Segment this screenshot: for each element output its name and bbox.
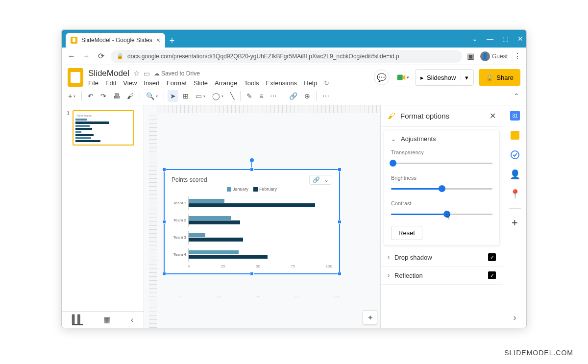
chevron-right-icon: › [388,272,390,279]
more-button[interactable]: ⋯ [320,90,332,102]
textbox-tool[interactable]: ⊞ [180,90,191,102]
slides-logo-icon[interactable] [68,68,83,87]
collapse-toolbar-button[interactable]: ⌃ [511,90,522,102]
reflection-section: › Reflection ✓ [381,267,503,285]
collapse-filmstrip-icon[interactable]: ‹ [131,315,133,324]
redo-button[interactable]: ↷ [98,90,109,102]
svg-rect-3 [511,131,519,140]
menu-view[interactable]: View [123,79,137,87]
menu-extensions[interactable]: Extensions [266,79,297,87]
thumbnail-column: 1 Points scored ▌▌ ▦ [62,105,144,328]
resize-handle[interactable] [338,272,342,276]
chevron-down-icon[interactable]: ⌄ [472,35,478,43]
image-tool[interactable]: ▭ [193,90,208,102]
last-edit-icon[interactable]: ↻ [324,79,329,87]
toolbar: + ↶ ↷ 🖶 🖌 🔍 ➤ ⊞ ▭ ◯ ╲ ✎ ≡ ⋯ 🔗 ⊕ ⋯ ⌃ [62,87,526,105]
chevron-down-icon: ⌄ [391,136,396,143]
share-button[interactable]: 🔒 Share [479,69,520,86]
svg-rect-0 [397,75,402,80]
titlebar: SlideModel - Google Slides × + ⌄ — ▢ ✕ [62,30,526,48]
close-tab-icon[interactable]: × [156,36,160,44]
maps-icon[interactable]: 📍 [510,189,520,199]
resize-handle[interactable] [338,220,342,224]
comment-history-button[interactable]: 💬 [374,70,390,85]
selected-chart-object[interactable]: Points scored 🔗 ⌄ January February Team … [164,169,340,274]
line-tool[interactable]: ╲ [228,90,237,102]
tasks-icon[interactable] [510,149,520,160]
reflection-checkbox[interactable]: ✓ [488,271,496,279]
resize-handle[interactable] [162,272,166,276]
slide-canvas[interactable]: Points scored 🔗 ⌄ January February Team … [144,105,380,328]
explore-button[interactable]: ✦ [363,310,377,325]
meet-button[interactable]: ▾ [394,70,410,85]
comment-button[interactable]: ⊕ [302,90,313,102]
reload-button[interactable]: ⟳ [96,51,106,61]
reading-list-icon[interactable]: ▣ [467,51,474,61]
slide-thumbnail[interactable]: Points scored [73,110,134,146]
new-tab-button[interactable]: + [165,34,179,48]
border-dash-button[interactable]: ⋯ [268,90,279,102]
calendar-icon[interactable]: 31 [510,110,520,121]
brightness-slider[interactable] [391,184,492,194]
forward-button[interactable]: → [81,52,91,61]
resize-handle[interactable] [250,168,254,171]
grid-view-icon[interactable]: ▦ [103,315,111,324]
maximize-icon[interactable]: ▢ [502,35,509,43]
menu-insert[interactable]: Insert [144,79,160,87]
browser-menu-icon[interactable]: ⋮ [514,51,521,61]
resize-handle[interactable] [338,168,342,171]
star-icon[interactable]: ☆ [133,69,140,78]
filmstrip-view-icon[interactable]: ▌▌ [72,315,83,325]
slides-favicon [71,37,77,44]
reset-button[interactable]: Reset [391,226,422,240]
select-tool[interactable]: ➤ [168,90,178,102]
menu-edit[interactable]: Edit [105,79,116,87]
keep-icon[interactable] [510,130,520,141]
print-button[interactable]: 🖶 [111,90,122,102]
shape-tool[interactable]: ◯ [210,90,226,102]
menu-help[interactable]: Help [304,79,317,87]
contacts-icon[interactable]: 👤 [510,169,520,180]
contrast-slider[interactable]: ☟ [391,209,492,219]
back-button[interactable]: ← [67,52,76,61]
add-addon-icon[interactable]: + [510,218,520,228]
browser-tab[interactable]: SlideModel - Google Slides × [66,33,165,48]
border-weight-button[interactable]: ≡ [257,90,266,102]
undo-button[interactable]: ↶ [85,90,96,102]
adjustments-header[interactable]: ⌄ Adjustments [391,135,492,143]
menu-arrange[interactable]: Arrange [215,79,237,87]
slideshow-dropdown[interactable]: ▾ [461,74,468,81]
resize-handle[interactable] [162,168,166,171]
close-panel-icon[interactable]: ✕ [490,111,496,121]
saved-status[interactable]: ☁ Saved to Drive [154,70,200,77]
contrast-label: Contrast [391,200,492,206]
move-icon[interactable]: ▭ [144,70,150,77]
resize-handle[interactable] [162,220,166,224]
browser-window: SlideModel - Google Slides × + ⌄ — ▢ ✕ ←… [61,29,527,328]
resize-handle[interactable] [250,272,254,276]
url-bar[interactable]: 🔒 docs.google.com/presentation/d/1Qqd92Q… [111,50,462,63]
drop-shadow-header[interactable]: › Drop shadow ✓ [388,253,496,261]
border-color-button[interactable]: ✎ [244,90,255,102]
menu-tools[interactable]: Tools [244,79,259,87]
menu-slide[interactable]: Slide [194,79,208,87]
menu-format[interactable]: Format [167,79,187,87]
minimize-icon[interactable]: — [487,35,493,43]
rotation-handle[interactable] [250,158,254,162]
chart: Points scored 🔗 ⌄ January February Team … [165,170,339,273]
reflection-header[interactable]: › Reflection ✓ [388,271,496,279]
close-window-icon[interactable]: ✕ [517,35,523,43]
paint-format-button[interactable]: 🖌 [124,90,136,102]
vertical-ruler [149,113,157,328]
profile-button[interactable]: 👤 Guest [480,51,508,61]
new-slide-button[interactable]: + [66,90,78,102]
chart-link-control[interactable]: 🔗 ⌄ [309,175,332,185]
slideshow-button[interactable]: ▸ Slideshow ▾ [415,69,474,86]
link-button[interactable]: 🔗 [287,90,300,102]
drop-shadow-checkbox[interactable]: ✓ [488,253,496,261]
doc-title[interactable]: SlideModel [88,69,129,78]
hide-sidepanel-icon[interactable]: › [510,312,520,323]
transparency-slider[interactable] [391,158,492,168]
menu-file[interactable]: File [88,79,98,87]
zoom-button[interactable]: 🔍 [144,90,160,102]
